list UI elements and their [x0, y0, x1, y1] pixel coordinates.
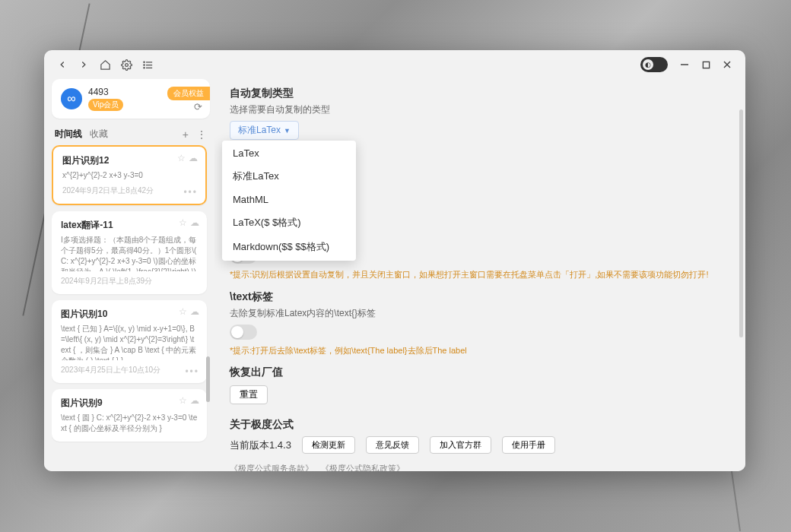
history-body: I多项选择题：（本题由8个子题组成，每个子题得5分，最高得40分。）1个圆形\(…	[61, 235, 198, 271]
copy-type-dropdown[interactable]: 标准LaTex ▼	[230, 121, 299, 140]
history-title: latex翻译-11	[61, 219, 198, 232]
maximize-button[interactable]	[695, 54, 716, 75]
app-window: ◐ ∞ 4493 Vip会员 会员权益 ⟳ 时间线 收藏	[44, 50, 745, 471]
dropdown-item[interactable]: 标准LaTex	[222, 164, 356, 188]
cloud-icon[interactable]: ☁	[190, 217, 199, 228]
manual-button[interactable]: 使用手册	[502, 436, 555, 454]
history-body: \text { 圆 } C: x^{2}+y^{2}-2 x+3 y-3=0 \…	[61, 413, 198, 434]
user-id: 4493	[88, 87, 123, 97]
dropdown-item[interactable]: Markdown($$ $$格式)	[222, 235, 356, 259]
tos-link[interactable]: 《极度公式服务条款》	[230, 463, 313, 471]
home-button[interactable]	[94, 54, 116, 75]
rights-badge[interactable]: 会员权益	[167, 87, 210, 100]
history-title: 图片识别10	[61, 308, 198, 321]
more-icon[interactable]: ⋮	[196, 128, 207, 141]
settings-button[interactable]	[116, 54, 137, 75]
dropdown-menu: LaTex 标准LaTex MathML LaTeX($ $格式) Markdo…	[222, 141, 356, 261]
chevron-down-icon: ▼	[284, 127, 291, 135]
cloud-icon[interactable]: ☁	[190, 306, 199, 317]
svg-rect-8	[703, 62, 709, 68]
history-card[interactable]: 图片识别10 \text { 已知 } A=\{(x, y) \mid x-y+…	[52, 300, 207, 383]
dropdown-item[interactable]: MathML	[222, 188, 356, 211]
list-button[interactable]	[137, 54, 158, 75]
history-card[interactable]: 图片识别9 \text { 圆 } C: x^{2}+y^{2}-2 x+3 y…	[52, 389, 207, 442]
tab-favorites[interactable]: 收藏	[90, 128, 108, 141]
refresh-icon[interactable]: ⟳	[194, 101, 202, 112]
history-title: 图片识别12	[62, 154, 196, 167]
history-list: 图片识别12 x^{2}+y^{2}-2 x+3 y-3=0 2024年9月2日…	[52, 145, 210, 471]
dropdown-item[interactable]: LaTeX($ $格式)	[222, 211, 356, 235]
join-group-button[interactable]: 加入官方群	[430, 436, 491, 454]
cloud-icon[interactable]: ☁	[190, 395, 199, 406]
cloud-icon[interactable]: ☁	[189, 153, 198, 163]
text-tag-toggle[interactable]	[230, 325, 257, 340]
content-scrollbar[interactable]	[739, 109, 743, 337]
back-button[interactable]	[52, 54, 73, 75]
svg-point-5	[143, 64, 144, 65]
history-body: \text { 已知 } A=\{(x, y) \mid x-y+1=0\}, …	[61, 324, 198, 360]
tip-auto-close: *提示:识别后根据设置自动复制，并且关闭主窗口，如果想打开主窗口需要在托盘菜单点…	[230, 268, 730, 281]
section-about-title: 关于极度公式	[230, 418, 730, 432]
card-menu-icon[interactable]: •••	[183, 187, 198, 198]
theme-toggle[interactable]: ◐	[640, 57, 668, 72]
dropdown-selected: 标准LaTex	[238, 124, 281, 137]
svg-point-4	[143, 62, 144, 62]
section-text-tag-sub: 去除复制标准Latex内容的\text{}标签	[230, 307, 730, 320]
add-icon[interactable]: +	[183, 128, 189, 141]
history-card[interactable]: 图片识别12 x^{2}+y^{2}-2 x+3 y-3=0 2024年9月2日…	[52, 145, 207, 205]
tip-text-tag: *提示:打开后去除\text标签，例如\text{The label}去除后Th…	[230, 344, 730, 357]
section-text-tag-title: \text标签	[230, 290, 730, 304]
sidebar-tabs: 时间线 收藏 + ⋮	[52, 125, 210, 145]
minimize-button[interactable]	[674, 54, 695, 75]
sidebar: ∞ 4493 Vip会员 会员权益 ⟳ 时间线 收藏 + ⋮ 图片识别12	[44, 79, 214, 471]
card-menu-icon[interactable]: •••	[185, 366, 199, 377]
reset-button[interactable]: 重置	[230, 385, 268, 404]
dropdown-item[interactable]: LaTex	[222, 142, 356, 164]
avatar: ∞	[61, 88, 82, 109]
section-auto-copy-sub: 选择需要自动复制的类型	[230, 103, 730, 116]
svg-point-0	[125, 63, 128, 66]
star-icon[interactable]: ☆	[179, 217, 187, 228]
history-date: 2024年9月2日早上8点39分	[61, 276, 152, 287]
feedback-button[interactable]: 意见反馈	[366, 436, 419, 454]
section-reset-title: 恢复出厂值	[230, 366, 730, 379]
settings-content: 自动复制类型 选择需要自动复制的类型 标准LaTex ▼ LaTex 标准LaT…	[214, 79, 745, 471]
star-icon[interactable]: ☆	[177, 153, 186, 163]
svg-point-6	[143, 67, 144, 68]
section-auto-copy-title: 自动复制类型	[230, 87, 730, 100]
scrollbar[interactable]	[206, 356, 210, 402]
privacy-link[interactable]: 《极度公式隐私政策》	[321, 463, 405, 471]
version-text: 当前版本1.4.3	[230, 439, 291, 452]
titlebar: ◐	[44, 50, 745, 79]
history-date: 2024年9月2日早上8点42分	[62, 185, 154, 196]
check-update-button[interactable]: 检测更新	[302, 436, 355, 454]
history-card[interactable]: latex翻译-11 I多项选择题：（本题由8个子题组成，每个子题得5分，最高得…	[52, 211, 207, 294]
tab-timeline[interactable]: 时间线	[55, 128, 82, 141]
forward-button[interactable]	[73, 54, 94, 75]
history-title: 图片识别9	[61, 397, 198, 410]
vip-badge: Vip会员	[88, 99, 123, 111]
star-icon[interactable]: ☆	[179, 306, 187, 317]
history-date: 2023年4月25日上午10点10分	[61, 365, 160, 375]
star-icon[interactable]: ☆	[179, 395, 187, 406]
history-body: x^{2}+y^{2}-2 x+3 y-3=0	[62, 170, 196, 181]
profile-card: ∞ 4493 Vip会员 会员权益 ⟳	[52, 79, 210, 119]
close-button[interactable]	[716, 54, 738, 75]
